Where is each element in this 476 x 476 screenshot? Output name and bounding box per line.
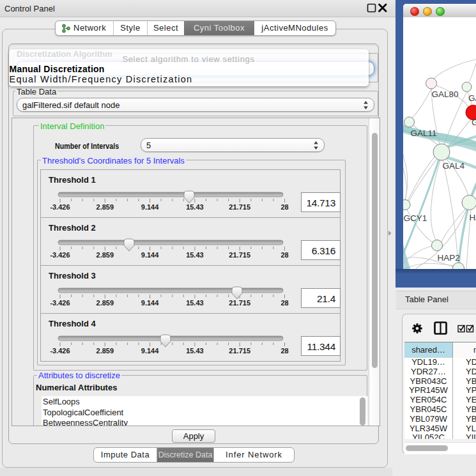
svg-text:GAL80: GAL80 <box>432 89 459 99</box>
svg-text:9.144: 9.144 <box>141 347 159 355</box>
svg-text:-3.426: -3.426 <box>50 347 70 355</box>
svg-text:2.859: 2.859 <box>96 251 114 259</box>
svg-text:2.859: 2.859 <box>96 347 114 355</box>
svg-text:-3.426: -3.426 <box>50 203 70 211</box>
svg-text:HAP2: HAP2 <box>438 253 460 263</box>
svg-text:9.144: 9.144 <box>141 299 159 307</box>
svg-text:15.43: 15.43 <box>186 203 204 211</box>
svg-text:-3.426: -3.426 <box>50 251 70 259</box>
svg-text:15.43: 15.43 <box>186 251 204 259</box>
svg-text:GAL4: GAL4 <box>443 161 465 171</box>
svg-text:GCY1: GCY1 <box>404 213 427 223</box>
svg-text:GA: GA <box>468 93 476 103</box>
svg-text:21.715: 21.715 <box>229 347 250 355</box>
svg-text:28: 28 <box>280 203 288 211</box>
svg-text:9.144: 9.144 <box>141 251 159 259</box>
svg-text:2.859: 2.859 <box>96 299 114 307</box>
svg-text:21.715: 21.715 <box>229 251 250 259</box>
svg-text:21.715: 21.715 <box>229 299 250 307</box>
svg-text:2.859: 2.859 <box>96 203 114 211</box>
svg-text:-3.426: -3.426 <box>50 299 70 307</box>
svg-text:9.144: 9.144 <box>141 203 159 211</box>
svg-text:HA: HA <box>470 213 476 222</box>
svg-text:28: 28 <box>280 299 288 307</box>
svg-text:28: 28 <box>280 251 288 259</box>
svg-text:G: G <box>472 118 476 127</box>
svg-text:28: 28 <box>280 347 288 355</box>
svg-text:21.715: 21.715 <box>229 203 250 211</box>
svg-text:15.43: 15.43 <box>186 299 204 307</box>
svg-text:GAL11: GAL11 <box>411 128 437 138</box>
svg-text:15.43: 15.43 <box>186 347 204 355</box>
